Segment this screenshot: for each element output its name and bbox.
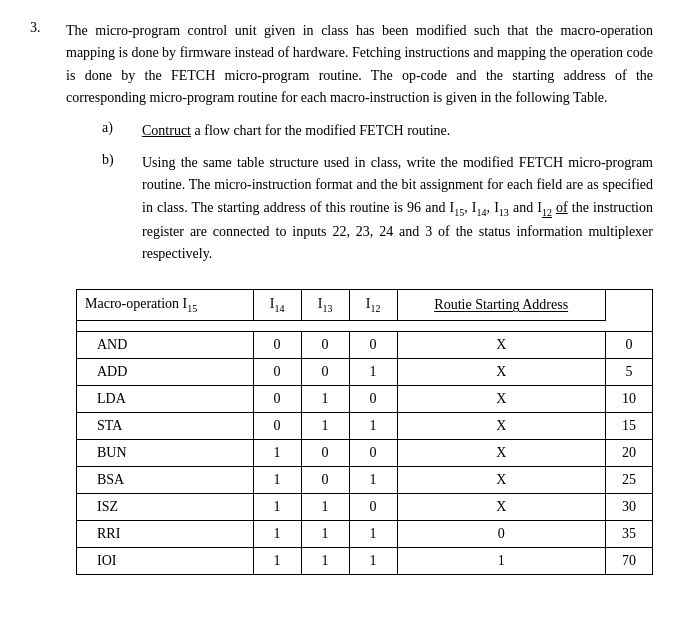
of-underline: of	[556, 200, 568, 215]
i12-bun: 0	[349, 440, 397, 467]
op-bsa: BSA	[77, 467, 254, 494]
i13-ioi: 1	[301, 548, 349, 575]
i13-isz: 1	[301, 494, 349, 521]
addr-sta: 15	[605, 413, 652, 440]
i13-bun: 0	[301, 440, 349, 467]
sub-b-label: b)	[102, 152, 122, 265]
i14-lda: 0	[253, 386, 301, 413]
sub-i15: 15	[454, 207, 464, 218]
i14-bsa: 1	[253, 467, 301, 494]
op-ioi: IOI	[77, 548, 254, 575]
header-i14: I14	[253, 290, 301, 321]
sub-a-label: a)	[102, 120, 122, 142]
sub-i12: 12	[542, 207, 552, 218]
sub-question-a: a) Contruct a flow chart for the modifie…	[102, 120, 653, 142]
i13-lda: 1	[301, 386, 349, 413]
i12-lda: 0	[349, 386, 397, 413]
addr-rri: 35	[605, 521, 652, 548]
table-row: BUN 1 0 0 X 20	[77, 440, 653, 467]
i13-rri: 1	[301, 521, 349, 548]
sub-i13: 13	[499, 207, 509, 218]
x-ioi: 1	[397, 548, 605, 575]
op-lda: LDA	[77, 386, 254, 413]
sub-b-text: Using the same table structure used in c…	[142, 152, 653, 265]
x-sta: X	[397, 413, 605, 440]
addr-bun: 20	[605, 440, 652, 467]
table-row: IOI 1 1 1 1 70	[77, 548, 653, 575]
x-and: X	[397, 332, 605, 359]
sub-question-b: b) Using the same table structure used i…	[102, 152, 653, 265]
i14-sta: 0	[253, 413, 301, 440]
x-bun: X	[397, 440, 605, 467]
i14-rri: 1	[253, 521, 301, 548]
x-add: X	[397, 359, 605, 386]
table-section: Macro-operation I15 I14 I13 I12 Routie S…	[76, 289, 653, 575]
i13-add: 0	[301, 359, 349, 386]
table-header-row: Macro-operation I15 I14 I13 I12 Routie S…	[77, 290, 653, 321]
i12-sta: 1	[349, 413, 397, 440]
sub-a-text: Contruct a flow chart for the modified F…	[142, 120, 653, 142]
header-i12: I12	[349, 290, 397, 321]
i14-add: 0	[253, 359, 301, 386]
i12-add: 1	[349, 359, 397, 386]
op-isz: ISZ	[77, 494, 254, 521]
i14-isz: 1	[253, 494, 301, 521]
i13-sta: 1	[301, 413, 349, 440]
x-bsa: X	[397, 467, 605, 494]
i12-ioi: 1	[349, 548, 397, 575]
header-spacer-row	[77, 321, 653, 332]
i13-and: 0	[301, 332, 349, 359]
addr-ioi: 70	[605, 548, 652, 575]
table-row: LDA 0 1 0 X 10	[77, 386, 653, 413]
i12-bsa: 1	[349, 467, 397, 494]
addr-isz: 30	[605, 494, 652, 521]
micro-operation-table: Macro-operation I15 I14 I13 I12 Routie S…	[76, 289, 653, 575]
sub-i14: 14	[477, 207, 487, 218]
op-add: ADD	[77, 359, 254, 386]
i14-and: 0	[253, 332, 301, 359]
table-row: RRI 1 1 1 0 35	[77, 521, 653, 548]
x-lda: X	[397, 386, 605, 413]
x-rri: 0	[397, 521, 605, 548]
i13-bsa: 0	[301, 467, 349, 494]
table-row: AND 0 0 0 X 0	[77, 332, 653, 359]
table-body: AND 0 0 0 X 0 ADD 0 0 1 X 5	[77, 332, 653, 575]
i14-bun: 1	[253, 440, 301, 467]
header-i13: I13	[301, 290, 349, 321]
table-row: STA 0 1 1 X 15	[77, 413, 653, 440]
op-rri: RRI	[77, 521, 254, 548]
op-bun: BUN	[77, 440, 254, 467]
op-sta: STA	[77, 413, 254, 440]
x-isz: X	[397, 494, 605, 521]
i12-rri: 1	[349, 521, 397, 548]
addr-add: 5	[605, 359, 652, 386]
addr-bsa: 25	[605, 467, 652, 494]
i12-and: 0	[349, 332, 397, 359]
question-3: 3. The micro-program control unit given …	[30, 20, 653, 575]
i12-isz: 0	[349, 494, 397, 521]
question-number: 3.	[30, 20, 54, 575]
question-body: The micro-program control unit given in …	[66, 20, 653, 110]
addr-lda: 10	[605, 386, 652, 413]
i14-ioi: 1	[253, 548, 301, 575]
addr-and: 0	[605, 332, 652, 359]
sub-questions: a) Contruct a flow chart for the modifie…	[102, 120, 653, 266]
table-row: ADD 0 0 1 X 5	[77, 359, 653, 386]
op-and: AND	[77, 332, 254, 359]
header-macro-op: Macro-operation I15	[77, 290, 254, 321]
table-row: ISZ 1 1 0 X 30	[77, 494, 653, 521]
contruct-underline: Contruct	[142, 123, 191, 138]
table-row: BSA 1 0 1 X 25	[77, 467, 653, 494]
header-route: Routie Starting Address	[397, 290, 605, 321]
